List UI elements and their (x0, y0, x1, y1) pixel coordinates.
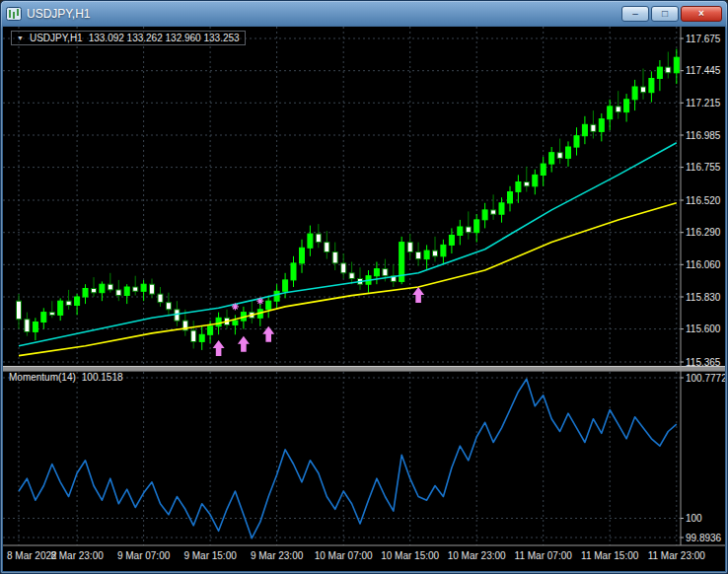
price-tick-label: 117.445 (686, 65, 721, 76)
buy-signal-arrows (213, 287, 425, 356)
price-gridlines (3, 38, 681, 362)
time-tick-label: 8 Mar 2022 (7, 550, 57, 561)
time-tick-label: 9 Mar 15:00 (183, 550, 237, 561)
time-tick-label: 9 Mar 07:00 (117, 550, 171, 561)
ohlc-values: 133.092 133.262 132.960 133.253 (89, 32, 240, 44)
time-tick-label: 11 Mar 23:00 (648, 550, 706, 561)
symbol-period-label: USDJPY,H1 (30, 32, 83, 44)
indicator-tick-label: 100.7772 (686, 373, 725, 384)
chart-client-area[interactable]: 117.675117.445117.215116.985116.755116.5… (3, 27, 725, 571)
time-tick-label: 9 Mar 23:00 (251, 550, 304, 561)
one-click-trading-icon[interactable]: ▼ (17, 32, 24, 44)
momentum-gridlines (3, 378, 681, 538)
window-controls: – □ × (621, 6, 722, 22)
price-tick-label: 116.755 (686, 162, 721, 173)
indicator-name: Momentum(14) (9, 372, 76, 383)
ma-fast-line (19, 143, 677, 346)
price-tick-label: 115.365 (686, 357, 721, 368)
symbol-info-bar: ▼ USDJPY,H1 133.092 133.262 132.960 133.… (11, 31, 246, 45)
up-arrow-icon (213, 340, 225, 356)
up-arrow-icon (238, 336, 250, 352)
time-tick-label: 10 Mar 15:00 (381, 550, 439, 561)
time-tick-label: 11 Mar 07:00 (515, 550, 573, 561)
time-tick-label: 10 Mar 07:00 (315, 550, 373, 561)
window-titlebar[interactable]: USDJPY,H1 – □ × (1, 1, 727, 26)
time-tick-label: 11 Mar 15:00 (581, 550, 639, 561)
chart-canvas[interactable]: 117.675117.445117.215116.985116.755116.5… (3, 27, 725, 572)
indicator-label: Momentum(14) 100.1518 (9, 372, 123, 383)
price-tick-label: 116.985 (686, 130, 721, 141)
time-tick-label: 10 Mar 23:00 (448, 550, 506, 561)
chart-window: USDJPY,H1 – □ × 117.675117.445117.215116… (0, 0, 728, 574)
maximize-icon: □ (662, 8, 668, 19)
minimize-button[interactable]: – (621, 6, 649, 22)
candlesticks (17, 49, 680, 350)
close-button[interactable]: × (681, 6, 722, 22)
price-tick-label: 116.060 (686, 259, 721, 270)
vertical-gridlines (19, 27, 677, 545)
ma-slow-line (19, 203, 677, 356)
price-tick-label: 117.215 (686, 98, 721, 108)
window-title: USDJPY,H1 (27, 7, 90, 21)
chart-app-icon (6, 7, 22, 21)
price-tick-label: 115.600 (686, 323, 721, 334)
price-tick-label: 115.830 (686, 292, 721, 303)
indicator-tick-label: 100 (686, 513, 702, 524)
momentum-line (19, 379, 677, 538)
minimize-icon: – (632, 8, 638, 19)
time-tick-label: 8 Mar 23:00 (50, 550, 104, 561)
close-icon: × (698, 8, 704, 19)
price-tick-label: 117.675 (686, 34, 721, 44)
time-axis[interactable]: 8 Mar 20228 Mar 23:009 Mar 07:009 Mar 15… (7, 550, 705, 561)
maximize-button[interactable]: □ (651, 6, 679, 22)
price-axis[interactable]: 117.675117.445117.215116.985116.755116.5… (681, 34, 725, 543)
price-tick-label: 116.520 (686, 195, 721, 206)
up-arrow-icon (412, 287, 424, 303)
indicator-tick-label: 99.8936 (686, 533, 722, 543)
price-tick-label: 116.290 (686, 227, 721, 238)
indicator-value: 100.1518 (82, 372, 123, 383)
